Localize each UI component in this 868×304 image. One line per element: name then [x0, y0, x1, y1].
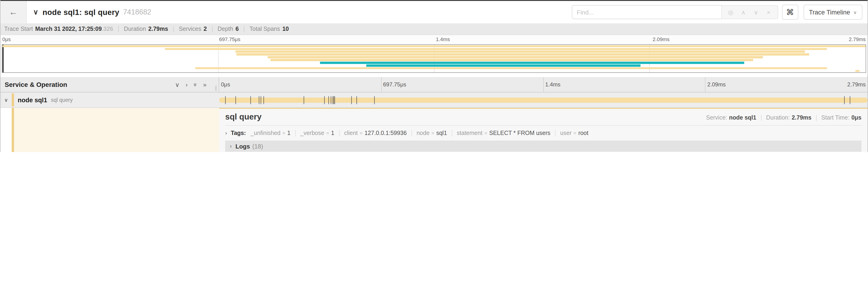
minimap-span-row [2, 53, 866, 56]
separator [295, 130, 296, 136]
trace-id: 7418682 [123, 8, 151, 16]
minimap-axis: 0μs697.75μs1.4ms2.09ms2.79ms [0, 35, 868, 44]
span-detail-panel: sql query Service: node sql1 Duration: 2… [219, 108, 868, 152]
tag-item: statement=SELECT * FROM users [457, 130, 551, 136]
axis-tick-label: 2.79ms [847, 81, 866, 88]
minimap[interactable] [2, 44, 866, 73]
grid-header: Service & Operation ∨ › » » ∥ 0μs697.75μ… [0, 77, 868, 93]
chevron-right-icon: › [225, 130, 227, 136]
trace-summary-item: Services2 [179, 26, 207, 32]
span-detail-meta: Service: node sql1 Duration: 2.79ms Star… [706, 114, 862, 121]
span-detail-left-gutter [0, 108, 219, 152]
separator [339, 130, 339, 136]
separator [212, 26, 212, 32]
service-color-stripe [12, 93, 14, 106]
top-bar-actions: ◎ ∧ ∨ × ⌘ Trace Timeline ∨ [571, 5, 862, 20]
tree-controls: ∨ › » » [169, 81, 207, 88]
minimap-span-bar [236, 50, 805, 53]
service-operation-header: Service & Operation ∨ › » » ∥ [0, 77, 219, 92]
log-marker [850, 96, 850, 104]
collapse-chevron-icon[interactable]: ∨ [4, 97, 8, 103]
trace-summary-item: Trace StartMarch 31 2022, 17:25:09.326 [4, 26, 113, 32]
chevron-down-icon: ∨ [853, 9, 857, 15]
chevron-down-icon[interactable]: ∨ [33, 8, 38, 16]
chevron-right-icon: › [230, 143, 232, 149]
keyboard-shortcuts-button[interactable]: ⌘ [782, 5, 798, 20]
minimap-span-bar [165, 48, 827, 50]
tag-item: user=root [560, 130, 588, 136]
span-rows: ∨node sql1sql query sql query Service: n… [0, 93, 868, 152]
service-color-stripe [12, 108, 14, 152]
minimap-span-row [2, 47, 866, 50]
clear-search-icon[interactable]: × [762, 9, 775, 15]
find-input[interactable] [571, 5, 721, 19]
log-marker [356, 96, 357, 104]
minimap-span-bar [195, 67, 827, 69]
prev-result-icon[interactable]: ∧ [737, 9, 750, 15]
tag-item: _verbose=1 [300, 130, 335, 136]
indent-guide [2, 93, 2, 107]
log-marker [335, 96, 335, 104]
minimap-span-bar [270, 59, 753, 61]
span-bar[interactable] [219, 97, 868, 102]
expand-one-icon[interactable]: › [185, 81, 188, 88]
next-result-icon[interactable]: ∨ [750, 9, 762, 15]
axis-tick-label: 2.09ms [707, 81, 726, 88]
tags-row[interactable]: › Tags: _unfinished=1_verbose=1client=12… [225, 130, 862, 136]
axis-tick-label: 0μs [2, 36, 11, 42]
trace-timeline-page: ← ∨ node sql1: sql query 7418682 ◎ ∧ ∨ ×… [0, 0, 868, 152]
minimap-span-row [2, 67, 866, 70]
expand-all-icon[interactable]: » [203, 81, 207, 88]
minimap-span-row [2, 45, 866, 47]
separator [452, 130, 452, 136]
log-marker [351, 96, 352, 104]
tag-item: client=127.0.0.1:59936 [344, 130, 407, 136]
start-time-label: Start Time: [821, 114, 849, 121]
back-arrow-icon: ← [9, 7, 18, 17]
axis-tick-label: 1.4ms [436, 36, 450, 42]
minimap-span-row [2, 64, 866, 67]
minimap-span-row [2, 59, 866, 61]
span-detail-title: sql query [225, 112, 261, 122]
top-bar: ← ∨ node sql1: sql query 7418682 ◎ ∧ ∨ ×… [0, 1, 868, 23]
span-detail-row: sql query Service: node sql1 Duration: 2… [0, 108, 868, 152]
span-row[interactable]: ∨node sql1sql query [0, 93, 868, 108]
log-marker [333, 96, 334, 104]
minimap-span-bar [320, 62, 744, 64]
log-marker [225, 96, 226, 104]
minimap-span-bar [366, 64, 641, 67]
view-options-button[interactable]: Trace Timeline ∨ [803, 5, 862, 20]
log-marker [331, 96, 331, 104]
service-label: Service: [706, 114, 727, 121]
span-tree-cell[interactable]: ∨node sql1sql query [0, 93, 219, 107]
command-icon: ⌘ [786, 7, 794, 17]
collapse-all-icon[interactable]: » [192, 83, 199, 86]
minimap-span-row [2, 61, 866, 64]
separator [244, 26, 244, 32]
separator [118, 26, 119, 32]
minimap-span-bar [237, 54, 809, 56]
trace-summary-item: Depth6 [217, 26, 239, 32]
collapse-one-icon[interactable]: ∨ [175, 81, 179, 88]
start-time-value: 0μs [851, 114, 862, 121]
trace-summary-bar: Trace StartMarch 31 2022, 17:25:09.326Du… [0, 23, 868, 35]
duration-value: 2.79ms [792, 114, 811, 121]
log-marker [333, 96, 333, 104]
column-resize-handle[interactable]: ∥ [215, 85, 217, 91]
view-options-label: Trace Timeline [809, 9, 850, 15]
log-marker [259, 96, 259, 104]
back-button[interactable]: ← [0, 1, 27, 23]
service-name: node sql1 [18, 96, 47, 103]
axis-tick-label: 2.09ms [653, 36, 670, 42]
trace-title-wrap[interactable]: ∨ node sql1: sql query 7418682 [33, 8, 151, 16]
logs-row[interactable]: › Logs (18) [225, 141, 862, 152]
log-marker [236, 96, 236, 104]
operation-name: sql query [51, 97, 73, 103]
span-timeline-cell[interactable] [219, 93, 868, 107]
minimap-span-bar [2, 45, 866, 47]
locate-icon[interactable]: ◎ [724, 9, 737, 15]
find-group: ◎ ∧ ∨ × [571, 5, 778, 19]
minimap-span-row [2, 70, 866, 72]
log-marker [844, 96, 845, 104]
timeline-axis-header: 0μs697.75μs1.4ms2.09ms2.79ms [219, 77, 868, 92]
